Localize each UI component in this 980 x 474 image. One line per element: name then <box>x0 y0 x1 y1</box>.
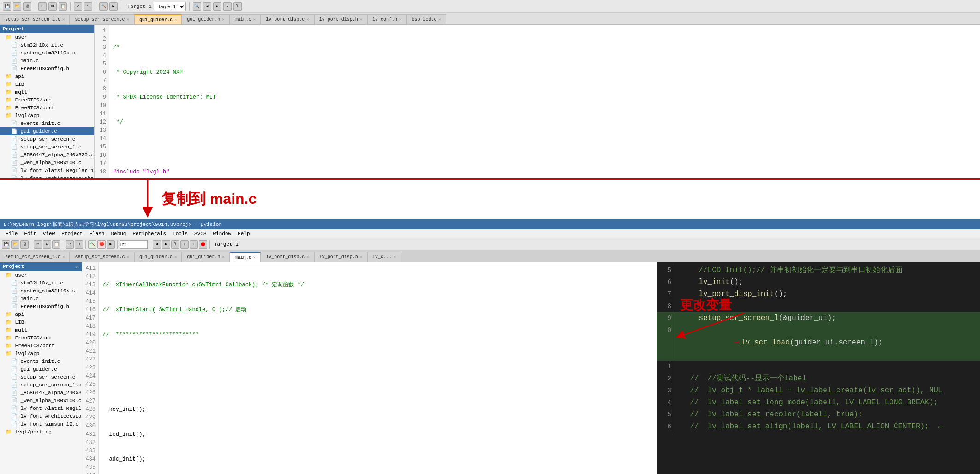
bottom-btn-step-over[interactable]: ⤵ <box>171 240 179 249</box>
bottom-tree-stm32-it[interactable]: 📄 stm32f10x_it.c <box>0 279 82 287</box>
tree-freertos-config[interactable]: 📄 FreeRTOSConfig.h <box>0 65 94 72</box>
bottom-tree-font3[interactable]: 📄 lv_font_simsun_12.c <box>0 420 82 428</box>
tree-freertos-src[interactable]: 📁 FreeRTOS/src <box>0 96 94 104</box>
tab-lv-port-disp[interactable]: lv_port_disp.c ✕ <box>261 14 314 24</box>
tree-stm32-it[interactable]: 📄 stm32f10x_it.c <box>0 41 94 49</box>
bottom-btn-3[interactable]: ⎙ <box>20 240 29 249</box>
tree-8586447[interactable]: 📄 _8586447_alpha_240x320.c <box>0 151 94 159</box>
bottom-tree-gui-guider[interactable]: 📄 gui_guider.c <box>0 365 82 373</box>
bottom-search-input[interactable] <box>120 240 148 249</box>
tree-main-c[interactable]: 📄 main.c <box>0 57 94 65</box>
tab-setup-scr-screen-1[interactable]: setup_scr_screen_1.c ✕ <box>0 14 70 24</box>
tree-system-stm32[interactable]: 📄 system_stm32f10x.c <box>0 49 94 57</box>
menu-peripherals[interactable]: Peripherals <box>130 231 169 237</box>
bottom-tab-setup-1[interactable]: setup_scr_screen_1.c ✕ <box>0 252 70 262</box>
bottom-tree-setup-scr-1[interactable]: 📄 setup_scr_screen_1.c <box>0 381 82 389</box>
bottom-btn-run[interactable]: ▶ <box>107 240 115 249</box>
tree-mqtt[interactable]: 📁 mqtt <box>0 88 94 96</box>
bottom-tree-lib[interactable]: 📁 LIB <box>0 318 82 326</box>
bottom-tab-main[interactable]: main.c ✕ <box>230 252 261 262</box>
menu-window[interactable]: Window <box>210 231 234 237</box>
bottom-tree-user[interactable]: 📁 user <box>0 271 82 279</box>
tree-freertos-port[interactable]: 📁 FreeRTOS/port <box>0 104 94 112</box>
bottom-tree-font2[interactable]: 📄 lv_font_ArchitectsDaughter_12.c <box>0 412 82 420</box>
menu-view[interactable]: View <box>40 231 58 237</box>
tree-api[interactable]: 📁 api <box>0 72 94 80</box>
bottom-tab-setup[interactable]: setup_scr_screen.c ✕ <box>70 252 134 262</box>
tree-lib[interactable]: 📁 LIB <box>0 80 94 88</box>
toolbar-btn-copy[interactable]: ⧉ <box>48 2 57 11</box>
menu-debug[interactable]: Debug <box>108 231 129 237</box>
menu-file[interactable]: File <box>3 231 20 237</box>
tree-gui-guider-c[interactable]: 📄 gui_guider.c <box>0 127 94 135</box>
toolbar-btn-undo[interactable]: ↩ <box>74 2 82 11</box>
bottom-code-editor[interactable]: 411412413414415 416417418419420 42142242… <box>82 262 657 474</box>
bottom-tree-freertos-src[interactable]: 📁 FreeRTOS/src <box>0 334 82 342</box>
bottom-btn-red-dot[interactable]: ⬤ <box>199 240 207 249</box>
toolbar-btn-nav-next[interactable]: ▶ <box>213 2 221 11</box>
tab-bsp-lcd[interactable]: bsp_lcd.c ✕ <box>407 14 446 24</box>
tree-setup-scr-screen-1-c[interactable]: 📄 setup_scr_screen_1.c <box>0 143 94 151</box>
bottom-tree-system[interactable]: 📄 system_stm32f10x.c <box>0 287 82 295</box>
tree-wen-alpha[interactable]: 📄 _wen_alpha_100x100.c <box>0 159 94 166</box>
toolbar-btn-build[interactable]: 🔨 <box>99 2 108 11</box>
bottom-tree-main[interactable]: 📄 main.c <box>0 295 82 302</box>
bottom-btn-1[interactable]: 💾 <box>2 240 10 249</box>
bottom-btn-build[interactable]: 🔨 <box>88 240 96 249</box>
tab-main[interactable]: main.c ✕ <box>230 14 261 24</box>
toolbar-btn-bookmark[interactable]: ★ <box>223 2 232 11</box>
toolbar-btn-3[interactable]: ⎙ <box>23 2 31 11</box>
menu-help[interactable]: Help <box>235 231 252 237</box>
bottom-btn-undo[interactable]: ↩ <box>66 240 74 249</box>
bottom-btn-cut[interactable]: ✂ <box>34 240 42 249</box>
bottom-tree-lvgl-app[interactable]: 📁 lvgl/app <box>0 350 82 357</box>
bottom-tree-api[interactable]: 📁 api <box>0 310 82 318</box>
bottom-tree-img1[interactable]: 📄 _8586447_alpha_240x320.c <box>0 389 82 397</box>
bottom-tab-gui-h[interactable]: gui_guider.h ✕ <box>182 252 229 262</box>
bottom-btn-nav-next[interactable]: ▶ <box>162 240 170 249</box>
toolbar-btn-redo[interactable]: ↪ <box>84 2 92 11</box>
menu-project[interactable]: Project <box>59 231 85 237</box>
menu-svcs[interactable]: SVCS <box>191 231 209 237</box>
sidebar-close-btn[interactable]: ✕ <box>76 264 79 270</box>
bottom-tab-lv-c[interactable]: lv_c... ✕ <box>367 252 401 262</box>
tree-lvgl-app[interactable]: 📁 lvgl/app <box>0 112 94 119</box>
bottom-btn-step-into[interactable]: ↓ <box>180 240 189 249</box>
tab-gui-guider[interactable]: gui_guider.c ✕ <box>134 14 182 24</box>
menu-edit[interactable]: Edit <box>21 231 39 237</box>
target-select[interactable]: Target 1 <box>154 2 186 11</box>
bottom-btn-2[interactable]: 📂 <box>11 240 19 249</box>
bottom-tree-lvgl-porting[interactable]: 📁 lvgl/porting <box>0 428 82 436</box>
toolbar-btn-cut[interactable]: ✂ <box>38 2 47 11</box>
bottom-tree-freertos[interactable]: 📄 FreeRTOSConfig.h <box>0 302 82 310</box>
tree-events-init[interactable]: 📄 events_init.c <box>0 119 94 127</box>
tree-setup-scr-screen-c[interactable]: 📄 setup_scr_screen.c <box>0 135 94 143</box>
tab-gui-guider-h[interactable]: gui_guider.h ✕ <box>182 14 229 24</box>
bottom-tree-events-init[interactable]: 📄 events_init.c <box>0 357 82 365</box>
menu-flash[interactable]: Flash <box>86 231 107 237</box>
tree-user[interactable]: 📁 user <box>0 33 94 41</box>
bottom-tab-lv-port[interactable]: lv_port_disp.c ✕ <box>261 252 314 262</box>
bottom-btn-green-arrow[interactable]: ↓ <box>190 240 198 249</box>
toolbar-btn-debug[interactable]: ▶ <box>109 2 118 11</box>
toolbar-btn-2[interactable]: 📂 <box>13 2 21 11</box>
menu-tools[interactable]: Tools <box>170 231 191 237</box>
tab-lv-conf[interactable]: lv_conf.h ✕ <box>367 14 406 24</box>
toolbar-btn-1[interactable]: 💾 <box>3 2 11 11</box>
bottom-btn-dbg[interactable]: 🔴 <box>97 240 106 249</box>
toolbar-btn-paste[interactable]: 📋 <box>59 2 67 11</box>
bottom-tree-setup-scr[interactable]: 📄 setup_scr_screen.c <box>0 373 82 381</box>
bottom-tab-lv-port-h[interactable]: lv_port_disp.h ✕ <box>314 252 367 262</box>
bottom-btn-paste[interactable]: 📋 <box>52 240 60 249</box>
tab-setup-scr-screen[interactable]: setup_scr_screen.c ✕ <box>70 14 134 24</box>
bottom-btn-copy[interactable]: ⧉ <box>43 240 51 249</box>
toolbar-btn-step[interactable]: ⤵ <box>233 2 242 11</box>
bottom-btn-redo[interactable]: ↪ <box>75 240 83 249</box>
toolbar-btn-nav-prev[interactable]: ◀ <box>203 2 211 11</box>
tree-font-architects[interactable]: 📄 lv_font_ArchitectsDaughter_12.c <box>0 174 94 178</box>
bottom-tree-mqtt[interactable]: 📁 mqtt <box>0 326 82 334</box>
toolbar-btn-find[interactable]: 🔍 <box>193 2 201 11</box>
bottom-btn-nav-prev[interactable]: ◀ <box>153 240 161 249</box>
tab-lv-port-disp-h[interactable]: lv_port_disp.h ✕ <box>314 14 367 24</box>
bottom-tree-freertos-port[interactable]: 📁 FreeRTOS/port <box>0 342 82 350</box>
